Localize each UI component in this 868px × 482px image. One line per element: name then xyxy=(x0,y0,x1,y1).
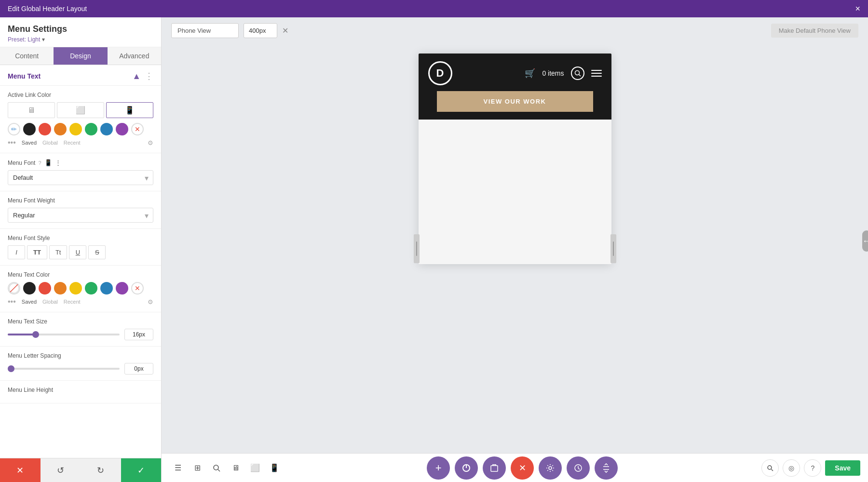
close-button[interactable]: × xyxy=(855,4,860,14)
phone-view-btn[interactable]: 📱 xyxy=(266,459,283,477)
yellow-swatch[interactable] xyxy=(69,123,82,135)
clear-swatch[interactable]: ✕ xyxy=(131,123,144,135)
power-action-btn[interactable] xyxy=(455,456,478,480)
font-more-icon[interactable]: ⋮ xyxy=(55,159,61,166)
green-swatch[interactable] xyxy=(85,123,97,135)
search-icon[interactable] xyxy=(571,67,584,80)
search-tool-btn[interactable] xyxy=(208,459,225,477)
preset-text[interactable]: Preset: Light xyxy=(8,36,40,43)
view-select[interactable]: Phone View xyxy=(171,23,239,38)
mobile-mode-btn[interactable]: 📱 xyxy=(106,102,153,118)
confirm-button[interactable]: ✓ xyxy=(121,458,162,482)
bottom-center-tools: + ✕ xyxy=(287,456,758,480)
text-size-slider[interactable] xyxy=(8,334,120,335)
cancel-button[interactable]: ✕ xyxy=(0,458,41,482)
text-size-input[interactable] xyxy=(124,329,153,340)
eyedropper-swatch[interactable]: ✏ xyxy=(8,123,20,135)
preview-cta-button[interactable]: VIEW OUR WORK xyxy=(437,91,593,112)
tab-advanced[interactable]: Advanced xyxy=(108,47,161,65)
resize-divider[interactable]: ↔ xyxy=(865,120,868,362)
hamburger-icon[interactable] xyxy=(591,70,602,77)
strikethrough-btn[interactable]: S xyxy=(88,245,106,259)
red-swatch[interactable] xyxy=(39,123,51,135)
desktop-mode-btn[interactable]: 🖥 xyxy=(8,102,55,118)
save-button[interactable]: Save xyxy=(825,460,860,476)
font-select-wrapper: Default xyxy=(8,170,153,185)
letter-spacing-slider[interactable] xyxy=(8,368,120,370)
text-size-thumb[interactable] xyxy=(32,331,39,338)
help-bottom-btn[interactable]: ? xyxy=(804,459,821,477)
grid-tool-btn[interactable]: ⊞ xyxy=(189,459,206,477)
desktop-view-btn[interactable]: 🖥 xyxy=(227,459,244,477)
collapse-icon[interactable]: ▲ xyxy=(132,71,141,81)
text-size-slider-row xyxy=(8,329,153,340)
more-options-icon[interactable]: ⋮ xyxy=(145,71,153,81)
preset-label: Preset: Light ▾ xyxy=(8,36,153,43)
tablet-view-btn[interactable]: ⬜ xyxy=(246,459,264,477)
menu-font-weight-row: Menu Font Weight Regular xyxy=(0,191,161,229)
more-colors-btn[interactable]: ••• xyxy=(8,138,16,147)
text-more-colors-btn[interactable]: ••• xyxy=(8,297,16,306)
font-device-icon[interactable]: 📱 xyxy=(44,159,52,166)
text-red-swatch[interactable] xyxy=(39,282,51,295)
history-action-btn[interactable] xyxy=(567,456,590,480)
resize-handle-right[interactable] xyxy=(610,234,616,263)
section-header: Menu Text ▲ ⋮ xyxy=(0,65,161,86)
active-link-color-label: Active Link Color xyxy=(8,92,153,98)
text-black-swatch[interactable] xyxy=(23,282,36,295)
blue-swatch[interactable] xyxy=(100,123,113,135)
svg-point-12 xyxy=(549,467,552,469)
text-orange-swatch[interactable] xyxy=(54,282,67,295)
italic-btn[interactable]: I xyxy=(8,245,25,259)
undo-button[interactable]: ↺ xyxy=(41,458,81,482)
redo-button[interactable]: ↻ xyxy=(81,458,121,482)
top-bar-title: Edit Global Header Layout xyxy=(8,5,87,13)
font-select[interactable]: Default xyxy=(8,170,153,185)
tab-content[interactable]: Content xyxy=(0,47,54,65)
resize-handle-left[interactable] xyxy=(414,234,420,263)
uppercase-btn[interactable]: TT xyxy=(27,245,47,259)
font-help-icon[interactable]: ? xyxy=(38,160,41,166)
font-weight-select[interactable]: Regular xyxy=(8,208,153,223)
text-color-swatches: ✕ xyxy=(8,282,153,295)
text-purple-swatch[interactable] xyxy=(116,282,128,295)
panel-header: Menu Settings Preset: Light ▾ xyxy=(0,17,161,47)
preview-logo: D xyxy=(428,61,452,85)
delete-action-btn[interactable] xyxy=(483,456,506,480)
close-width-btn[interactable]: ✕ xyxy=(282,26,288,35)
reorder-action-btn[interactable] xyxy=(595,456,618,480)
handle-line-left xyxy=(416,241,417,256)
tab-design[interactable]: Design xyxy=(54,47,107,65)
tablet-mode-btn[interactable]: ⬜ xyxy=(57,102,104,118)
svg-rect-8 xyxy=(491,466,498,471)
letter-spacing-thumb[interactable] xyxy=(8,365,14,372)
black-swatch[interactable] xyxy=(23,123,36,135)
view-select-wrapper: Phone View xyxy=(171,23,239,38)
text-clear-swatch[interactable]: ✕ xyxy=(131,282,144,295)
color-settings-icon[interactable]: ⚙ xyxy=(148,139,153,147)
add-action-btn[interactable]: + xyxy=(427,456,450,480)
width-input[interactable] xyxy=(244,23,277,38)
section-header-icons: ▲ ⋮ xyxy=(132,71,153,81)
menu-text-color-label: Menu Text Color xyxy=(8,271,153,278)
purple-swatch[interactable] xyxy=(116,123,128,135)
settings-action-btn[interactable] xyxy=(539,456,562,480)
text-blue-swatch[interactable] xyxy=(100,282,113,295)
search-bottom-btn[interactable] xyxy=(761,459,779,477)
close-action-btn[interactable]: ✕ xyxy=(511,456,534,480)
underline-btn[interactable]: U xyxy=(69,245,86,259)
make-default-btn[interactable]: Make Default Phone View xyxy=(771,24,858,38)
preview-header: D 🛒 0 items xyxy=(419,54,611,120)
menu-font-row: Menu Font ? 📱 ⋮ Default xyxy=(0,153,161,191)
menu-tool-btn[interactable]: ☰ xyxy=(169,459,187,477)
text-yellow-swatch[interactable] xyxy=(69,282,82,295)
text-color-settings-icon[interactable]: ⚙ xyxy=(148,298,153,306)
saved-label: Saved xyxy=(22,140,37,146)
letter-spacing-input[interactable] xyxy=(124,363,153,375)
orange-swatch[interactable] xyxy=(54,123,67,135)
text-green-swatch[interactable] xyxy=(85,282,97,295)
transparent-swatch[interactable] xyxy=(8,282,20,295)
preview-nav: 🛒 0 items xyxy=(525,67,601,80)
settings-bottom-btn[interactable]: ◎ xyxy=(783,459,800,477)
capitalize-btn[interactable]: Tt xyxy=(49,245,68,259)
